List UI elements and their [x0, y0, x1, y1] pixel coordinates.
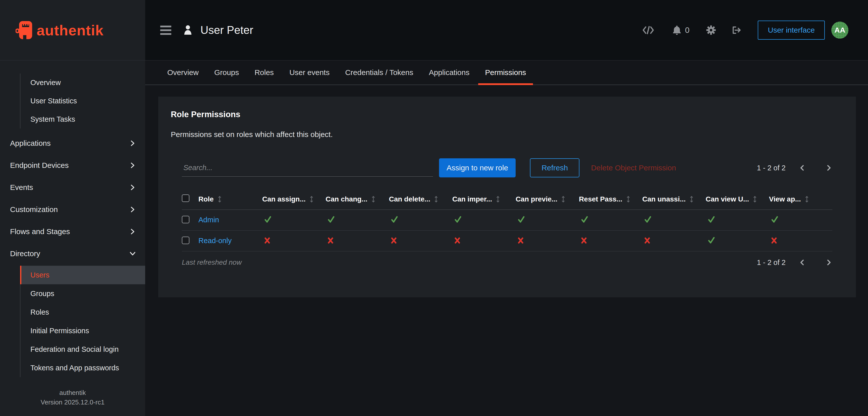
- column-label: Can chang...: [326, 195, 367, 203]
- sidebar-item-label: Directory: [10, 249, 40, 258]
- tab-credentials-tokens[interactable]: Credentials / Tokens: [338, 61, 420, 84]
- sidebar-item-events[interactable]: Events: [0, 176, 145, 199]
- sidebar-item-system-tasks[interactable]: System Tasks: [20, 110, 145, 129]
- sidebar-item-overview[interactable]: Overview: [20, 73, 145, 92]
- card-footer: Last refreshed now 1 - 2 of 2: [182, 258, 832, 267]
- column-label: Can unassi...: [642, 195, 686, 203]
- column-label: Reset Pass...: [579, 195, 622, 203]
- main-content: OverviewGroupsRolesUser eventsCredential…: [145, 61, 868, 416]
- previous-page-icon[interactable]: [799, 258, 806, 267]
- table-row: Admin: [182, 209, 832, 230]
- notifications-bell-icon[interactable]: [672, 25, 681, 35]
- tab-applications[interactable]: Applications: [422, 61, 476, 84]
- refresh-button[interactable]: Refresh: [530, 158, 580, 177]
- column-header-can-previe[interactable]: Can previe...: [516, 189, 579, 209]
- sidebar-item-user-statistics[interactable]: User Statistics: [20, 92, 145, 110]
- column-label: Can delete...: [389, 195, 430, 203]
- sidebar-item-groups[interactable]: Groups: [20, 284, 145, 303]
- role-link-read-only[interactable]: Read-only: [198, 237, 231, 245]
- sidebar-item-roles[interactable]: Roles: [20, 303, 145, 321]
- table-toolbar: Assign to new role Refresh Delete Object…: [182, 158, 832, 178]
- chevron-right-icon: [129, 140, 136, 147]
- chevron-right-icon: [129, 162, 136, 169]
- sidebar-dashboards-group: OverviewUser StatisticsSystem Tasks: [20, 73, 145, 129]
- user-interface-button[interactable]: User interface: [758, 21, 825, 40]
- column-header-can-view-u[interactable]: Can view U...: [706, 189, 769, 209]
- sidebar-toggle-icon[interactable]: [160, 26, 171, 35]
- tab-overview[interactable]: Overview: [160, 61, 206, 84]
- sidebar-item-directory[interactable]: Directory: [0, 243, 145, 265]
- row-checkbox[interactable]: [182, 237, 189, 244]
- sidebar-item-tokens-and-app-passwords[interactable]: Tokens and App passwords: [20, 358, 145, 377]
- tab-user-events[interactable]: User events: [283, 61, 336, 84]
- sidebar: Dashboards OverviewUser StatisticsSystem…: [0, 61, 145, 416]
- column-header-can-assign[interactable]: Can assign...: [262, 189, 326, 209]
- sidebar-item-federation-and-social-login[interactable]: Federation and Social login: [20, 340, 145, 358]
- column-label: View ap...: [769, 195, 801, 203]
- column-header-can-unassi[interactable]: Can unassi...: [642, 189, 706, 209]
- next-page-icon[interactable]: [825, 164, 832, 172]
- cross-icon: [579, 237, 587, 244]
- cross-icon: [389, 237, 397, 244]
- api-code-icon[interactable]: [642, 25, 654, 35]
- sort-icon[interactable]: [690, 195, 693, 203]
- sidebar-item-label: Customization: [10, 205, 58, 214]
- check-icon: [579, 215, 588, 223]
- assign-to-new-role-button[interactable]: Assign to new role: [439, 158, 516, 177]
- sidebar-nav: ApplicationsEndpoint DevicesEventsCustom…: [0, 132, 145, 265]
- check-icon: [642, 215, 652, 223]
- column-header-can-delete[interactable]: Can delete...: [389, 189, 452, 209]
- column-header-view-ap[interactable]: View ap...: [769, 189, 832, 209]
- sidebar-item-initial-permissions[interactable]: Initial Permissions: [20, 321, 145, 340]
- sidebar-item-endpoint-devices[interactable]: Endpoint Devices: [0, 154, 145, 176]
- pagination-label: 1 - 2 of 2: [757, 164, 786, 172]
- column-header-reset-pass[interactable]: Reset Pass...: [579, 189, 642, 209]
- avatar[interactable]: AA: [831, 22, 848, 39]
- sort-icon[interactable]: [371, 195, 375, 203]
- column-header-can-chang[interactable]: Can chang...: [326, 189, 389, 209]
- sort-icon[interactable]: [218, 195, 221, 203]
- sort-icon[interactable]: [805, 195, 809, 203]
- delete-object-permission-button[interactable]: Delete Object Permission: [591, 158, 676, 177]
- sort-icon[interactable]: [310, 195, 313, 203]
- card-title: Role Permissions: [171, 109, 843, 120]
- check-icon: [452, 215, 462, 223]
- sidebar-item-flows-and-stages[interactable]: Flows and Stages: [0, 220, 145, 243]
- sidebar-section-dashboards: Dashboards: [10, 61, 145, 63]
- search-input[interactable]: [182, 159, 433, 177]
- sort-icon[interactable]: [753, 195, 757, 203]
- role-link-admin[interactable]: Admin: [198, 216, 219, 224]
- pagination-label: 1 - 2 of 2: [757, 258, 786, 267]
- cross-icon: [452, 237, 461, 244]
- select-all-checkbox[interactable]: [182, 195, 189, 202]
- sidebar-item-users[interactable]: Users: [20, 266, 145, 284]
- sort-icon[interactable]: [496, 195, 500, 203]
- tab-permissions[interactable]: Permissions: [478, 61, 533, 84]
- tab-roles[interactable]: Roles: [248, 61, 281, 84]
- next-page-icon[interactable]: [825, 258, 832, 267]
- column-label: Role: [198, 195, 214, 203]
- table-header-row: RoleCan assign...Can chang...Can delete.…: [182, 189, 832, 209]
- column-header-role[interactable]: Role: [198, 189, 262, 209]
- chevron-down-icon: [129, 250, 136, 257]
- chevron-right-icon: [129, 206, 136, 213]
- check-icon: [326, 215, 335, 223]
- settings-gear-icon[interactable]: [706, 25, 716, 35]
- sidebar-item-customization[interactable]: Customization: [0, 199, 145, 220]
- top-header: authentik User Peter 0: [0, 0, 868, 61]
- column-header-can-imper[interactable]: Can imper...: [452, 189, 516, 209]
- brand-logo[interactable]: authentik: [0, 0, 145, 60]
- sort-icon[interactable]: [561, 195, 565, 203]
- sort-icon[interactable]: [434, 195, 438, 203]
- previous-page-icon[interactable]: [799, 164, 806, 172]
- sidebar-directory-group: UsersGroupsRolesInitial PermissionsFeder…: [20, 266, 145, 377]
- sidebar-item-label: Flows and Stages: [10, 227, 70, 236]
- brand-wordmark: authentik: [37, 22, 104, 39]
- row-checkbox[interactable]: [182, 216, 189, 223]
- sidebar-item-applications[interactable]: Applications: [0, 132, 145, 154]
- sign-out-icon[interactable]: [732, 26, 742, 35]
- sort-icon[interactable]: [626, 195, 630, 203]
- sidebar-item-label: Events: [10, 183, 33, 192]
- page-title: User Peter: [200, 24, 253, 36]
- tab-groups[interactable]: Groups: [208, 61, 246, 84]
